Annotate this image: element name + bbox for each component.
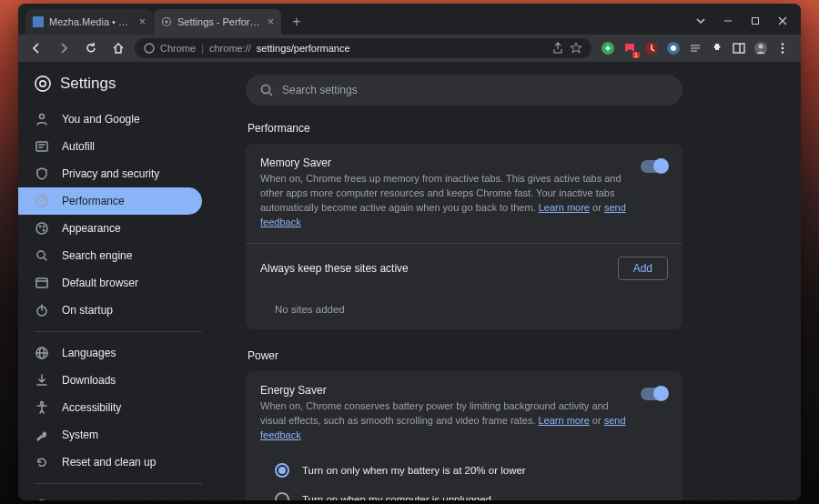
home-button[interactable] [107,37,129,59]
learn-more-link[interactable]: Learn more [539,202,590,213]
settings-main: Performance Memory Saver When on, Chrome… [218,62,801,500]
download-icon [35,373,49,388]
sidebar-item-appearance[interactable]: Appearance [18,215,202,242]
globe-icon [35,346,49,360]
sidebar-item-you[interactable]: You and Google [18,106,202,133]
memory-saver-desc: When on, Chrome frees up memory from ina… [260,172,628,230]
energy-saver-option-0[interactable]: Turn on only when my battery is at 20% o… [246,456,682,485]
menu-button[interactable] [775,41,790,55]
sidebar-item-label: Autofill [62,140,95,153]
sidebar-item-label: Performance [62,195,125,207]
shield-icon [35,166,49,181]
sidebar-item-label: You and Google [62,113,140,126]
browser-icon [35,276,49,290]
sidebar-item-downloads[interactable]: Downloads [18,367,202,394]
svg-point-13 [759,45,763,49]
performance-card: Memory Saver When on, Chrome frees up me… [246,144,682,329]
power-card: Energy Saver When on, Chrome conserves b… [246,371,682,500]
close-icon[interactable]: × [268,16,274,27]
maximize-button[interactable] [743,11,768,31]
back-button[interactable] [25,37,47,59]
profile-avatar[interactable] [753,41,768,55]
window-controls [688,11,801,35]
radio-label: Turn on when my computer is unplugged [302,494,491,500]
divider [35,331,202,332]
extension-icon[interactable] [666,41,681,55]
learn-more-link[interactable]: Learn more [539,415,590,426]
external-link-icon [134,499,145,501]
forward-button[interactable] [53,37,75,59]
sidebar-item-label: Appearance [62,222,121,235]
favicon-settings [161,16,172,27]
svg-point-24 [36,223,47,234]
extension-icon[interactable] [644,41,659,55]
add-site-button[interactable]: Add [618,257,668,280]
energy-saver-title: Energy Saver [260,384,628,397]
close-icon[interactable]: × [139,16,146,27]
sidebar-item-label: Default browser [62,277,138,289]
always-active-title: Always keep these sites active [260,262,605,275]
url-scheme: Chrome [160,43,196,54]
always-active-empty: No sites added [246,293,682,329]
favicon-mezha [33,16,44,27]
puzzle-icon [35,498,49,500]
search-icon [260,84,273,96]
energy-saver-option-1[interactable]: Turn on when my computer is unplugged [246,485,682,500]
minimize-button[interactable] [715,11,741,31]
sidebar-item-label: On startup [62,304,113,317]
sidebar-item-autofill[interactable]: Autofill [18,133,202,160]
svg-point-37 [41,402,44,405]
new-tab-button[interactable]: + [286,11,308,33]
sidebar-item-label: Languages [62,347,116,359]
sidebar-item-extensions[interactable]: Extensions [18,491,202,500]
person-icon [35,112,49,126]
section-title-power: Power [248,349,774,362]
svg-point-17 [35,76,50,91]
tabstrip: Mezha.Media • новини IT та оr × Settings… [18,9,688,35]
energy-saver-toggle[interactable] [641,388,668,400]
svg-line-41 [269,93,272,96]
sidebar-item-startup[interactable]: On startup [18,297,202,324]
radio-icon [275,463,289,478]
chrome-icon [144,43,155,54]
extension-icon[interactable] [601,41,615,55]
a11y-icon [35,400,49,415]
svg-rect-4 [753,18,759,25]
sidebar-item-languages[interactable]: Languages [18,339,202,367]
tab-mezha[interactable]: Mezha.Media • новини IT та оr × [25,9,153,35]
tab-settings[interactable]: Settings - Performance × [154,9,281,35]
memory-saver-toggle[interactable] [641,160,668,173]
sidebar-item-performance[interactable]: Performance [18,187,202,215]
sidebar-item-label: Extensions [62,499,116,500]
share-icon[interactable] [551,42,564,55]
search-settings[interactable] [246,75,682,106]
sidebar-item-privacy[interactable]: Privacy and security [18,160,202,187]
svg-point-5 [145,44,154,53]
bookmark-star-icon[interactable] [570,42,582,55]
radio-label: Turn on only when my battery is at 20% o… [302,465,526,476]
titlebar: Mezha.Media • новини IT та оr × Settings… [18,4,801,35]
extension-icon[interactable] [688,41,703,55]
close-button[interactable] [770,11,795,31]
sidebar-item-a11y[interactable]: Accessibility [18,394,202,421]
radio-icon [275,492,289,500]
extension-icon[interactable]: 1 [622,41,637,55]
divider [35,483,202,484]
address-bar[interactable]: Chrome | chrome://settings/performance [135,38,592,58]
svg-point-27 [43,229,45,231]
tab-title: Settings - Performance [177,16,262,27]
side-panel-icon[interactable] [732,41,746,55]
sidebar-item-system[interactable]: System [18,421,202,449]
extensions-puzzle-icon[interactable] [710,41,724,55]
sidebar-item-reset[interactable]: Reset and clean up [18,449,202,476]
reload-button[interactable] [80,37,102,59]
extension-icons: 1 [597,41,794,55]
section-title-performance: Performance [248,122,774,135]
caret-down-icon[interactable] [688,11,713,31]
autofill-icon [35,139,49,154]
sidebar-item-search[interactable]: Search engine [18,242,202,269]
memory-saver-title: Memory Saver [260,156,628,169]
tab-title: Mezha.Media • новини IT та оr [49,16,134,27]
search-input[interactable] [282,84,668,96]
sidebar-item-default[interactable]: Default browser [18,269,202,297]
